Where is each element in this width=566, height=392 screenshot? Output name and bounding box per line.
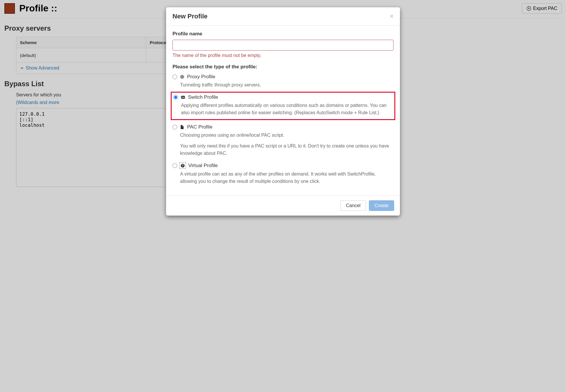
option-proxy-label: Proxy Profile (187, 74, 215, 80)
question-frame: ? (180, 162, 186, 169)
close-button[interactable]: × (390, 13, 394, 20)
new-profile-modal: New Profile × Profile name The name of t… (166, 7, 400, 200)
option-proxy-desc: Tunneling traffic through proxy servers. (180, 81, 394, 89)
radio-proxy[interactable] (172, 74, 177, 79)
question-icon: ? (180, 163, 185, 168)
file-icon (180, 124, 185, 130)
profile-name-error: The name of the profile must not be empt… (172, 53, 394, 58)
option-proxy-profile[interactable]: Proxy Profile Tunneling traffic through … (172, 73, 394, 93)
option-pac-desc1: Choosing proxies using an online/local P… (180, 132, 394, 139)
svg-text:?: ? (182, 164, 184, 167)
radio-virtual[interactable] (172, 163, 177, 168)
profile-name-label: Profile name (172, 31, 394, 37)
option-switch-label: Switch Profile (188, 94, 218, 100)
option-switch-desc: Applying different profiles automaticall… (181, 102, 393, 117)
option-switch-profile[interactable]: Switch Profile Applying different profil… (171, 92, 395, 120)
option-pac-profile[interactable]: PAC Profile Choosing proxies using an on… (172, 123, 394, 161)
close-icon: × (390, 13, 394, 20)
option-virtual-profile[interactable]: ? Virtual Profile A virtual profile can … (172, 161, 394, 189)
option-virtual-label: Virtual Profile (188, 163, 218, 169)
modal-overlay: New Profile × Profile name The name of t… (0, 0, 566, 200)
modal-title: New Profile (172, 13, 208, 20)
option-pac-desc2: You will only need this if you have a PA… (180, 143, 394, 157)
option-virtual-desc: A virtual profile can act as any of the … (180, 171, 394, 185)
profile-type-label: Please select the type of the profile: (172, 64, 394, 70)
retweet-icon (180, 95, 186, 100)
option-pac-label: PAC Profile (187, 124, 213, 130)
radio-switch[interactable] (173, 95, 178, 100)
profile-name-input[interactable] (172, 40, 394, 51)
radio-pac[interactable] (172, 125, 177, 129)
globe-icon (180, 74, 185, 79)
